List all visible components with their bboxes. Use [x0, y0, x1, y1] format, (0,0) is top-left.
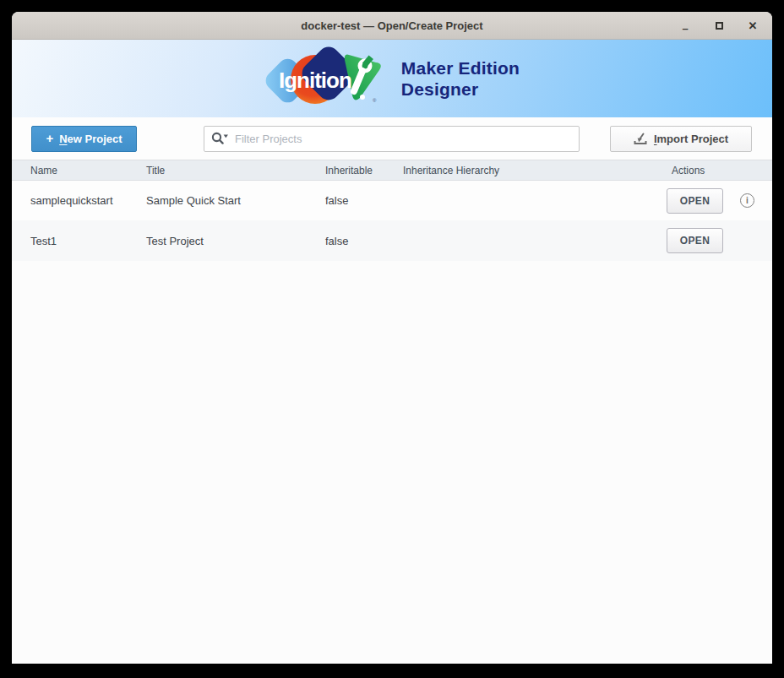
actions-cell: OPEN — [667, 228, 772, 253]
toolbar: + New Project Import Project — [12, 117, 772, 160]
open-project-button[interactable]: OPEN — [667, 228, 723, 253]
maximize-button[interactable] — [711, 18, 727, 33]
projects-table-header: Name Title Inheritable Inheritance Hiera… — [12, 160, 772, 181]
import-project-label: Import Project — [654, 133, 728, 145]
project-inheritable: false — [325, 194, 403, 207]
table-row[interactable]: Test1 Test Project false OPEN — [12, 220, 772, 261]
logo-block: Ignition ® Maker Edition Designer — [264, 45, 520, 112]
new-project-label: New Project — [59, 133, 122, 145]
new-project-button[interactable]: + New Project — [31, 126, 137, 152]
import-project-button[interactable]: Import Project — [610, 126, 752, 152]
logo-wordmark: Ignition — [279, 68, 351, 93]
column-header-inheritable: Inheritable — [325, 165, 403, 176]
close-icon: ✕ — [749, 19, 758, 32]
project-name: Test1 — [30, 235, 146, 247]
project-name: samplequickstart — [30, 194, 146, 207]
column-header-name: Name — [30, 165, 146, 176]
project-title: Sample Quick Start — [146, 194, 325, 207]
column-header-actions: Actions — [667, 165, 772, 176]
product-line2: Designer — [401, 79, 520, 100]
window-title: docker-test — Open/Create Project — [12, 19, 772, 32]
import-icon — [634, 133, 647, 145]
minimize-icon: – — [682, 22, 688, 35]
filter-projects-input[interactable] — [235, 133, 572, 145]
product-line1: Maker Edition — [401, 57, 520, 79]
project-title: Test Project — [146, 235, 325, 247]
empty-project-list-area — [12, 261, 772, 664]
filter-projects-field[interactable] — [204, 126, 580, 152]
minimize-button[interactable]: – — [678, 18, 693, 33]
info-icon[interactable]: i — [740, 193, 754, 208]
ignition-logo-icon: Ignition ® — [264, 45, 391, 112]
column-header-inheritance-hierarchy: Inheritance Hierarchy — [403, 165, 667, 176]
table-row[interactable]: samplequickstart Sample Quick Start fals… — [12, 181, 772, 220]
column-header-title: Title — [146, 165, 325, 176]
project-inheritable: false — [325, 235, 403, 247]
registered-mark: ® — [373, 98, 377, 103]
plus-icon: + — [46, 131, 53, 145]
brand-banner: Ignition ® Maker Edition Designer — [12, 40, 772, 117]
designer-launcher-window: docker-test — Open/Create Project – ✕ — [12, 12, 772, 664]
title-bar[interactable]: docker-test — Open/Create Project – ✕ — [12, 12, 772, 40]
window-controls: – ✕ — [678, 18, 760, 33]
product-name: Maker Edition Designer — [401, 57, 520, 100]
maximize-icon — [716, 22, 723, 30]
open-project-button[interactable]: OPEN — [667, 188, 723, 214]
close-button[interactable]: ✕ — [745, 18, 760, 33]
search-icon[interactable] — [211, 132, 229, 145]
actions-cell: OPEN i — [667, 188, 772, 214]
